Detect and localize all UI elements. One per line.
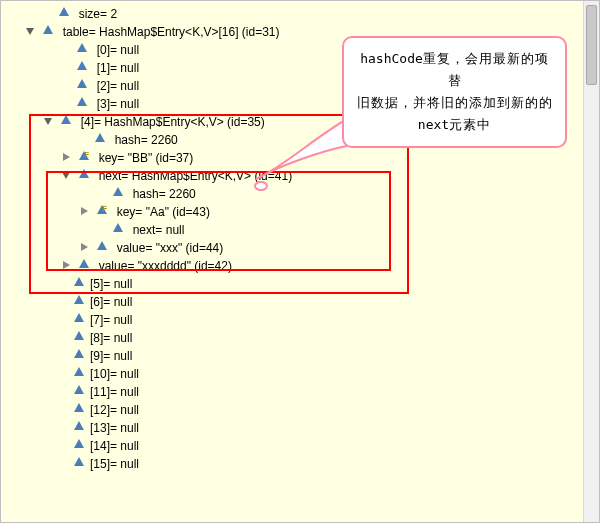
field-icon: [73, 312, 85, 324]
var-label: [14]= null: [90, 439, 139, 453]
field-icon: [76, 78, 88, 90]
blank-twisty: [59, 458, 69, 468]
blank-twisty: [41, 8, 51, 18]
field-icon: [73, 456, 85, 468]
expand-toggle[interactable]: [61, 152, 71, 162]
e4-next-key[interactable]: F key= "Aa" (id=43): [1, 203, 583, 221]
var-label: [15]= null: [90, 457, 139, 471]
debug-variables-panel: size= 2 table= HashMap$Entry<K,V>[16] (i…: [0, 0, 600, 523]
blank-twisty: [59, 350, 69, 360]
scrollbar-thumb[interactable]: [586, 5, 597, 85]
table-slot-5[interactable]: [5]= null: [1, 275, 583, 293]
table-slot-14[interactable]: [14]= null: [1, 437, 583, 455]
field-icon: [73, 420, 85, 432]
blank-twisty: [59, 386, 69, 396]
svg-marker-32: [74, 457, 84, 466]
svg-marker-23: [74, 295, 84, 304]
var-label: key= "BB" (id=37): [99, 151, 194, 165]
vertical-scrollbar[interactable]: [583, 1, 599, 522]
svg-marker-29: [74, 403, 84, 412]
var-label: [9]= null: [90, 349, 132, 363]
e4-key[interactable]: F key= "BB" (id=37): [1, 149, 583, 167]
table-slot-8[interactable]: [8]= null: [1, 329, 583, 347]
svg-marker-10: [63, 153, 70, 161]
svg-marker-12: [62, 172, 70, 179]
svg-marker-8: [61, 115, 71, 124]
expand-toggle[interactable]: [79, 242, 89, 252]
blank-twisty: [77, 134, 87, 144]
svg-marker-6: [77, 97, 87, 106]
expand-toggle[interactable]: [25, 26, 35, 36]
final-field-icon: F: [96, 204, 108, 216]
expand-toggle[interactable]: [61, 260, 71, 270]
var-label: [5]= null: [90, 277, 132, 291]
table-slot-10[interactable]: [10]= null: [1, 365, 583, 383]
var-label: value= "xxx" (id=44): [117, 241, 224, 255]
svg-marker-2: [43, 25, 53, 34]
var-label: [10]= null: [90, 367, 139, 381]
field-icon: [76, 60, 88, 72]
field-icon: [73, 366, 85, 378]
var-label: [3]= null: [97, 97, 139, 111]
svg-marker-4: [77, 61, 87, 70]
var-label: [2]= null: [97, 79, 139, 93]
svg-marker-24: [74, 313, 84, 322]
table-slot-13[interactable]: [13]= null: [1, 419, 583, 437]
blank-twisty: [59, 440, 69, 450]
callout-line2: 旧数据，并将旧的添加到新的的: [356, 92, 553, 114]
e4-next[interactable]: next= HashMap$Entry<K,V> (id=41): [1, 167, 583, 185]
svg-marker-25: [74, 331, 84, 340]
blank-twisty: [59, 62, 69, 72]
var-label: [12]= null: [90, 403, 139, 417]
e4-next-value[interactable]: value= "xxx" (id=44): [1, 239, 583, 257]
svg-marker-5: [77, 79, 87, 88]
blank-twisty: [59, 296, 69, 306]
table-slot-6[interactable]: [6]= null: [1, 293, 583, 311]
svg-marker-28: [74, 385, 84, 394]
table-slot-7[interactable]: [7]= null: [1, 311, 583, 329]
expand-toggle[interactable]: [79, 206, 89, 216]
field-icon: [94, 132, 106, 144]
field-icon: [96, 240, 108, 252]
var-label: [8]= null: [90, 331, 132, 345]
table-slot-11[interactable]: [11]= null: [1, 383, 583, 401]
svg-marker-3: [77, 43, 87, 52]
e4-next-hash[interactable]: hash= 2260: [1, 185, 583, 203]
table-slot-9[interactable]: [9]= null: [1, 347, 583, 365]
var-label: [0]= null: [97, 43, 139, 57]
field-icon: [78, 258, 90, 270]
var-label: [11]= null: [90, 385, 139, 399]
svg-marker-31: [74, 439, 84, 448]
svg-marker-13: [79, 169, 89, 178]
var-label: [1]= null: [97, 61, 139, 75]
svg-marker-20: [63, 261, 70, 269]
svg-marker-19: [97, 241, 107, 250]
var-label: next= null: [133, 223, 185, 237]
blank-twisty: [59, 80, 69, 90]
var-label: next= HashMap$Entry<K,V> (id=41): [99, 169, 292, 183]
var-size[interactable]: size= 2: [1, 5, 583, 23]
var-label: [6]= null: [90, 295, 132, 309]
expand-toggle[interactable]: [61, 170, 71, 180]
callout-line1: hashCode重复，会用最新的项替: [356, 48, 553, 92]
field-icon: [42, 24, 54, 36]
table-slot-12[interactable]: [12]= null: [1, 401, 583, 419]
field-icon: [73, 402, 85, 414]
field-icon: [73, 438, 85, 450]
e4-next-next[interactable]: next= null: [1, 221, 583, 239]
svg-marker-9: [95, 133, 105, 142]
var-label: hash= 2260: [133, 187, 196, 201]
table-slot-15[interactable]: [15]= null: [1, 455, 583, 473]
field-icon: [112, 186, 124, 198]
var-label: key= "Aa" (id=43): [117, 205, 210, 219]
e4-value[interactable]: value= "xxxdddd" (id=42): [1, 257, 583, 275]
blank-twisty: [59, 44, 69, 54]
svg-marker-26: [74, 349, 84, 358]
field-icon: [112, 222, 124, 234]
var-label: table= HashMap$Entry<K,V>[16] (id=31): [63, 25, 280, 39]
blank-twisty: [59, 98, 69, 108]
blank-twisty: [95, 224, 105, 234]
expand-toggle[interactable]: [43, 116, 53, 126]
var-label: [7]= null: [90, 313, 132, 327]
field-icon: [73, 294, 85, 306]
